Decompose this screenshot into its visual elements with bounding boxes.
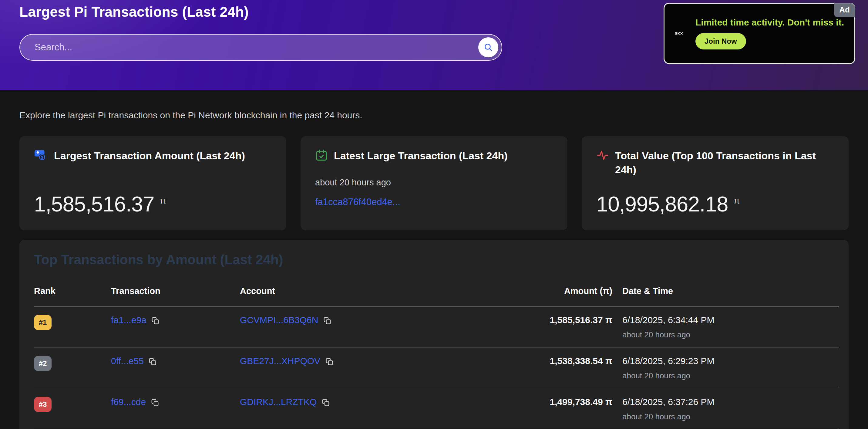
relative-time: about 20 hours ago: [622, 371, 839, 380]
col-amount: Amount (π): [483, 286, 612, 306]
calendar-check-icon: [315, 149, 328, 162]
stat-card-title: Latest Large Transaction (Last 24h): [334, 149, 508, 163]
relative-time: about 20 hours ago: [622, 330, 839, 339]
ad-body: Limited time activity. Don't miss it. Jo…: [664, 4, 854, 63]
pi-unit: π: [160, 195, 166, 205]
stat-card-latest-transaction: Latest Large Transaction (Last 24h) abou…: [301, 136, 567, 230]
stat-value: 1,585,516.37π: [34, 192, 272, 216]
stat-card-largest-amount: $ Largest Transaction Amount (Last 24h) …: [20, 136, 286, 230]
search-bar: [20, 34, 502, 61]
copy-button[interactable]: [149, 358, 156, 367]
page: Largest Pi Transactions (Last 24h) Ad: [0, 0, 868, 429]
hero-header: Largest Pi Transactions (Last 24h) Ad: [0, 0, 868, 90]
search-button[interactable]: [478, 37, 498, 57]
stat-card-header: $ Largest Transaction Amount (Last 24h): [34, 149, 272, 163]
copy-icon: [149, 358, 156, 366]
col-datetime: Date & Time: [612, 286, 839, 306]
copy-button[interactable]: [323, 317, 331, 326]
svg-text:$: $: [41, 155, 43, 160]
relative-time: about 20 hours ago: [622, 412, 839, 421]
ad-banner[interactable]: Ad Limited time activity. Don't mis: [663, 3, 855, 64]
datetime-value: 6/18/2025, 6:34:44 PM: [622, 315, 839, 325]
amount-value: 1,538,338.54 π: [483, 347, 612, 388]
stat-card-title: Largest Transaction Amount (Last 24h): [54, 149, 245, 163]
account-link[interactable]: GBE27J...XHPQOV: [240, 356, 320, 366]
copy-icon: [151, 317, 159, 325]
activity-icon: [596, 149, 609, 162]
copy-icon: [323, 317, 331, 325]
copy-button[interactable]: [151, 317, 159, 326]
stat-value: 10,995,862.18π: [596, 192, 834, 216]
table-header-row: Rank Transaction Account Amount (π) Date…: [34, 286, 839, 306]
okx-logo-icon: [675, 27, 683, 39]
main-content: Explore the largest Pi transactions on t…: [0, 110, 868, 429]
table-row: #3 f69...cde GDIRKJ...LRZTKQ: [34, 388, 839, 429]
search-icon: [483, 42, 493, 53]
table-row: #2 0ff...e55 GBE27J...XHPQOV: [34, 347, 839, 388]
stat-card-header: Latest Large Transaction (Last 24h): [315, 149, 553, 163]
col-account: Account: [240, 286, 483, 306]
copy-icon: [326, 358, 333, 366]
stat-card-title: Total Value (Top 100 Transactions in Las…: [615, 149, 834, 177]
copy-icon: [151, 399, 159, 406]
stat-cards: $ Largest Transaction Amount (Last 24h) …: [20, 136, 848, 230]
ad-join-button[interactable]: Join Now: [695, 33, 746, 50]
copy-button[interactable]: [322, 399, 330, 407]
latest-transaction-link[interactable]: fa1cca876f40ed4e...: [315, 196, 553, 208]
intro-text: Explore the largest Pi transactions on t…: [20, 110, 848, 120]
datetime-value: 6/18/2025, 6:29:23 PM: [622, 356, 839, 366]
ad-text-column: Limited time activity. Don't miss it. Jo…: [695, 17, 844, 50]
amount-value: 1,499,738.49 π: [483, 388, 612, 429]
account-link[interactable]: GCVMPI...6B3Q6N: [240, 315, 318, 325]
ad-label: Ad: [834, 3, 855, 17]
transaction-link[interactable]: f69...cde: [111, 397, 146, 407]
stat-value-number: 10,995,862.18: [596, 192, 728, 216]
rank-badge: #2: [34, 356, 52, 371]
col-transaction: Transaction: [111, 286, 240, 306]
stat-relative-time: about 20 hours ago: [315, 178, 553, 187]
account-link[interactable]: GDIRKJ...LRZTKQ: [240, 397, 317, 407]
transactions-table: Rank Transaction Account Amount (π) Date…: [34, 286, 839, 429]
pi-unit: π: [734, 195, 740, 205]
datetime-value: 6/18/2025, 6:37:26 PM: [622, 397, 839, 407]
copy-icon: [322, 399, 330, 406]
rank-badge: #3: [34, 397, 52, 412]
rank-badge: #1: [34, 315, 52, 330]
amount-value: 1,585,516.37 π: [483, 306, 612, 347]
transactions-table-card: Top Transactions by Amount (Last 24h) Ra…: [20, 240, 848, 429]
table-row: #1 fa1...e9a GCVMPI...6B3Q6N: [34, 306, 839, 347]
col-rank: Rank: [34, 286, 111, 306]
transaction-link[interactable]: 0ff...e55: [111, 356, 144, 366]
ad-message: Limited time activity. Don't miss it.: [695, 17, 844, 28]
stat-value-number: 1,585,516.37: [34, 192, 154, 216]
copy-button[interactable]: [151, 399, 159, 407]
table-title: Top Transactions by Amount (Last 24h): [34, 252, 834, 267]
banknotes-icon: $: [34, 149, 48, 162]
transaction-link[interactable]: fa1...e9a: [111, 315, 147, 325]
copy-button[interactable]: [326, 358, 333, 367]
stat-card-header: Total Value (Top 100 Transactions in Las…: [596, 149, 834, 177]
search-input[interactable]: [20, 35, 478, 60]
stat-card-total-value: Total Value (Top 100 Transactions in Las…: [582, 136, 848, 230]
